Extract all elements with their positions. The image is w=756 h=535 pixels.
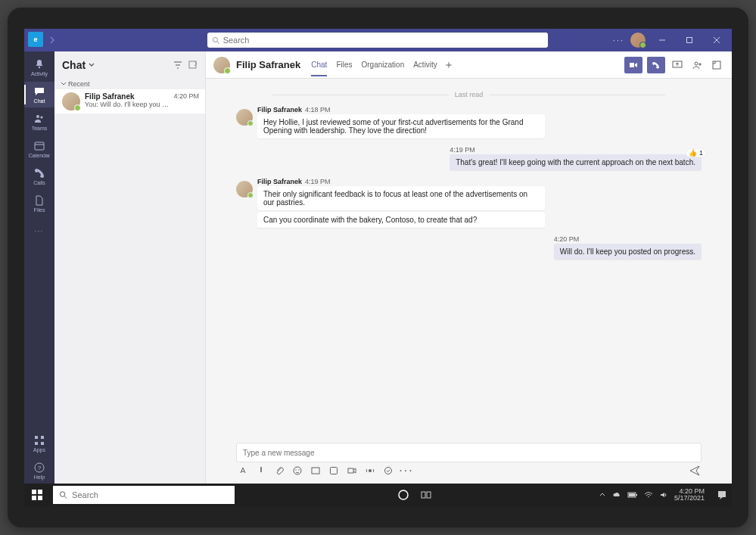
- more-tools-icon[interactable]: ···: [401, 465, 412, 476]
- meet-icon[interactable]: [347, 465, 357, 476]
- attach-icon[interactable]: [274, 465, 285, 476]
- rail-calendar[interactable]: Calendar: [24, 136, 54, 162]
- svg-point-15: [695, 62, 698, 65]
- start-button[interactable]: [24, 484, 50, 506]
- message-bubble[interactable]: Hey Hollie, I just reviewed some of your…: [257, 114, 545, 138]
- taskbar-app-edge[interactable]: e: [24, 29, 47, 50]
- approval-icon[interactable]: [383, 465, 394, 476]
- rail-label: Apps: [33, 447, 45, 453]
- rail-label: Calendar: [29, 153, 50, 158]
- svg-rect-16: [713, 61, 720, 69]
- tab-chat[interactable]: Chat: [311, 53, 327, 76]
- svg-rect-21: [331, 468, 338, 474]
- action-center-icon[interactable]: [712, 484, 732, 506]
- taskbar-search[interactable]: [53, 486, 235, 504]
- cortana-icon[interactable]: [393, 484, 414, 505]
- rail-teams[interactable]: Teams: [24, 109, 54, 135]
- gif-icon[interactable]: [310, 465, 321, 476]
- svg-rect-7: [41, 436, 44, 439]
- filter-icon[interactable]: [173, 61, 182, 70]
- add-people-button[interactable]: [689, 58, 705, 73]
- chat-item-name: Filip Safranek: [85, 92, 169, 101]
- reaction-badge[interactable]: 👍 1: [686, 148, 706, 157]
- global-search-input[interactable]: [223, 36, 543, 45]
- tab-organization[interactable]: Organization: [362, 53, 405, 76]
- message-bubble[interactable]: That's great! I'll keep going with the c…: [450, 154, 702, 170]
- chat-list-header: Chat: [54, 51, 205, 79]
- search-icon: [212, 36, 220, 45]
- chat-list-title: Chat: [62, 59, 86, 71]
- taskbar-clock[interactable]: 4:20 PM 5/17/2021: [674, 488, 708, 502]
- files-icon: [33, 194, 45, 207]
- svg-point-23: [369, 469, 372, 472]
- apps-icon: [33, 434, 45, 446]
- windows-icon: [32, 490, 42, 500]
- compose-input-wrap[interactable]: [236, 443, 702, 462]
- new-chat-icon[interactable]: [188, 61, 198, 70]
- rail-chat[interactable]: Chat: [24, 82, 54, 107]
- message-bubble[interactable]: Will do. I'll keep you posted on progres…: [554, 244, 702, 260]
- tab-files[interactable]: Files: [336, 53, 352, 76]
- message-area[interactable]: Last read Filip Safranek4:18 PM Hey Holl…: [206, 79, 732, 438]
- onedrive-icon[interactable]: [612, 490, 621, 499]
- avatar: [236, 181, 253, 198]
- window-maximize[interactable]: [679, 29, 700, 51]
- svg-rect-31: [422, 492, 425, 498]
- compose-input[interactable]: [243, 449, 695, 457]
- rail-label: Chat: [34, 98, 45, 104]
- video-call-button[interactable]: [624, 57, 642, 73]
- rail-files[interactable]: Files: [24, 191, 54, 216]
- tab-activity[interactable]: Activity: [413, 53, 437, 76]
- caret-down-icon: [61, 81, 67, 87]
- chat-section-recent[interactable]: Recent: [54, 79, 205, 89]
- rail-label: Teams: [32, 126, 48, 131]
- audio-call-button[interactable]: [647, 57, 665, 73]
- window-minimize[interactable]: [652, 29, 673, 51]
- rail-more[interactable]: ···: [24, 218, 54, 244]
- help-icon: ?: [33, 462, 45, 474]
- stream-icon[interactable]: [365, 465, 375, 476]
- rail-activity[interactable]: Activity: [24, 54, 54, 80]
- window-close[interactable]: [706, 29, 727, 51]
- add-tab-button[interactable]: ＋: [443, 58, 454, 72]
- task-view-icon[interactable]: [415, 484, 437, 505]
- svg-rect-13: [630, 63, 634, 67]
- sticker-icon[interactable]: [328, 465, 339, 476]
- global-search[interactable]: [207, 33, 548, 48]
- send-button[interactable]: [689, 465, 700, 476]
- svg-point-30: [399, 490, 408, 499]
- svg-rect-1: [687, 38, 692, 43]
- svg-rect-5: [35, 142, 44, 150]
- bell-icon: [33, 58, 45, 70]
- conversation-tabs: Chat Files Organization Activity: [311, 53, 437, 76]
- wifi-icon[interactable]: [644, 490, 653, 499]
- chevron-down-icon[interactable]: [88, 61, 95, 69]
- svg-rect-25: [32, 490, 36, 494]
- rail-calls[interactable]: Calls: [24, 163, 54, 189]
- taskbar-search-input[interactable]: [72, 490, 229, 499]
- svg-point-29: [60, 492, 64, 496]
- rail-help[interactable]: ? Help: [24, 458, 54, 484]
- chat-icon: [33, 86, 45, 98]
- conversation-panel: Filip Safranek Chat Files Organization A…: [206, 51, 732, 484]
- more-menu-icon[interactable]: ···: [613, 36, 624, 45]
- svg-rect-8: [35, 442, 38, 445]
- nav-forward[interactable]: [45, 34, 58, 46]
- battery-icon[interactable]: [627, 491, 638, 499]
- search-icon: [59, 490, 67, 499]
- svg-rect-22: [348, 468, 353, 473]
- format-icon[interactable]: [238, 465, 248, 476]
- chat-list-item[interactable]: Filip Safranek You: Will do. I'll keep y…: [54, 89, 205, 114]
- share-screen-button[interactable]: [670, 58, 685, 73]
- popout-button[interactable]: [709, 58, 724, 73]
- current-user-avatar[interactable]: [630, 33, 646, 48]
- teams-icon: [33, 113, 45, 125]
- emoji-icon[interactable]: [292, 465, 303, 476]
- rail-apps[interactable]: Apps: [24, 431, 54, 456]
- message-bubble[interactable]: Can you coordinate with the bakery, Cont…: [257, 212, 545, 228]
- message-bubble[interactable]: Their only significant feedback is to fo…: [257, 186, 545, 210]
- priority-icon[interactable]: [256, 465, 266, 476]
- volume-icon[interactable]: [659, 490, 668, 499]
- tray-chevron-icon[interactable]: [599, 491, 606, 499]
- svg-rect-20: [312, 468, 319, 474]
